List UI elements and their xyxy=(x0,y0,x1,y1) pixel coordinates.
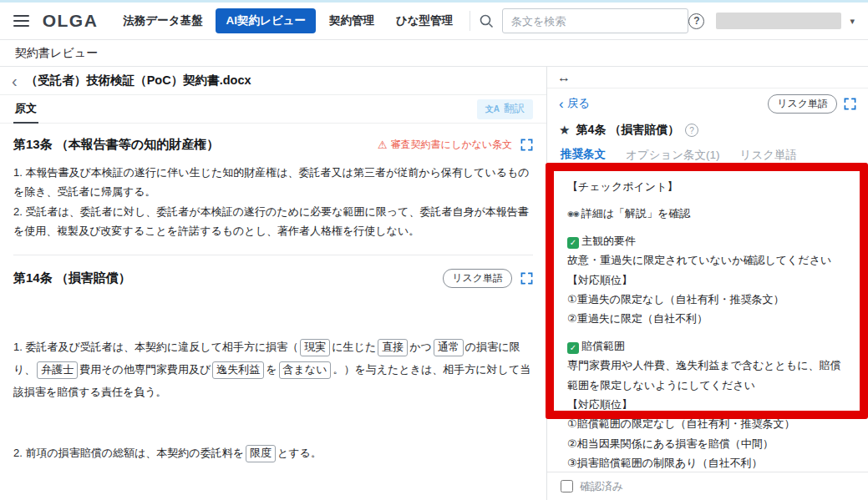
text-segment: 1. 委託者及び受託者は、本契約に違反して相手方に損害（ xyxy=(13,341,298,353)
help-circle-icon[interactable]: ? xyxy=(685,124,698,137)
nav-ai-contract-review[interactable]: AI契約レビュー xyxy=(216,8,315,33)
review-panel: ↔ ‹ 戻る リスク単語 ★ 第4条 （損害賠償） xyxy=(547,67,868,500)
checkpoint-block: ◉◉詳細は「解説」を確認 xyxy=(567,204,848,223)
star-icon[interactable]: ★ xyxy=(559,123,570,138)
original-text-tab[interactable]: 原文 xyxy=(13,95,38,124)
nav-divider xyxy=(470,11,470,31)
reviewed-article-title: 第4条 （損害賠償） xyxy=(576,123,679,138)
risk-keyword[interactable]: 直接 xyxy=(378,339,408,356)
contract-document-panel: ‹ （受託者）技術検証（PoC）契約書.docx 原文 文A 翻訳 第13条 （… xyxy=(0,67,547,500)
article-body: 1. 本報告書及び本検証の遂行に伴い生じた知的財産権は、委託者又は第三者が従前か… xyxy=(13,163,533,241)
nav-template-management[interactable]: ひな型管理 xyxy=(388,8,461,33)
confirm-bar: 確認済み xyxy=(547,472,868,500)
tab-option-clause[interactable]: オプション条文(1) xyxy=(626,142,720,168)
checkpoint-block: 【チェックポイント】 xyxy=(567,177,848,196)
nav-legal-data-platform[interactable]: 法務データ基盤 xyxy=(114,8,211,33)
text-segment: 費用その他専門家費用及び xyxy=(79,363,211,376)
source-bar: 原文 文A 翻訳 xyxy=(0,95,546,124)
warning-icon: ⚠ xyxy=(378,139,388,151)
user-account-redacted[interactable] xyxy=(716,13,841,29)
main-nav: 法務データ基盤 AI契約レビュー 契約管理 ひな型管理 xyxy=(114,8,461,33)
translate-label: 翻訳 xyxy=(504,102,525,116)
check-icon: ✓ xyxy=(567,237,579,249)
checkpoint-content: 【チェックポイント】◉◉詳細は「解説」を確認✓主観的要件故意・重過失に限定されて… xyxy=(547,169,868,472)
document-header: ‹ （受託者）技術検証（PoC）契約書.docx xyxy=(0,67,546,95)
chevron-down-icon[interactable]: ▾ xyxy=(850,16,855,27)
article-paragraph: 2. 前項の損害賠償の総額は、本契約の委託料を限度とする。 xyxy=(13,442,533,465)
page-title: 契約書レビュー xyxy=(15,46,98,61)
clause-search-input[interactable] xyxy=(502,8,688,33)
translate-icon: 文A xyxy=(485,104,500,115)
panel-resize-row: ↔ xyxy=(547,67,868,88)
confirmed-label: 確認済み xyxy=(580,479,623,494)
olga-logo[interactable]: OLGA xyxy=(43,11,99,31)
review-only-clause-flag: ⚠ 審査契約書にしかない条文 xyxy=(378,138,512,152)
risk-words-badge[interactable]: リスク単語 xyxy=(443,269,512,288)
panel-back-row: ‹ 戻る リスク単語 xyxy=(547,88,868,119)
expand-icon[interactable] xyxy=(520,272,533,285)
expand-icon[interactable] xyxy=(520,139,533,151)
risk-keyword[interactable]: 逸失利益 xyxy=(212,361,264,379)
article-title: 第13条 （本報告書等の知的財産権） xyxy=(13,137,219,153)
check-icon: ✓ xyxy=(567,342,579,354)
back-label: 戻る xyxy=(567,96,590,111)
tab-risk-words[interactable]: リスク単語 xyxy=(740,142,797,168)
article-list: 第13条 （本報告書等の知的財産権） ⚠ 審査契約書にしかない条文 xyxy=(0,124,546,500)
document-title: （受託者）技術検証（PoC）契約書.docx xyxy=(26,73,251,88)
risk-keyword[interactable]: 現実 xyxy=(300,339,330,356)
eyes-icon: ◉◉ xyxy=(567,207,579,220)
back-icon[interactable]: ‹ xyxy=(12,73,18,89)
top-nav-bar: OLGA 法務データ基盤 AI契約レビュー 契約管理 ひな型管理 ? ▾ xyxy=(0,3,868,40)
checkpoint-block: ✓主観的要件故意・重過失に限定されていないか確認してください【対応順位】①重過失… xyxy=(567,231,848,329)
review-tabs: 推奨条文 オプション条文(1) リスク単語 xyxy=(547,142,868,169)
menu-icon[interactable] xyxy=(13,15,29,27)
article-paragraph: 1. 委託者及び受託者は、本契約に違反して相手方に損害（現実に生じた直接かつ通常… xyxy=(13,336,533,403)
tab-recommended-clause[interactable]: 推奨条文 xyxy=(561,142,606,169)
article-title: 第14条 （損害賠償） xyxy=(13,270,131,286)
checkpoint-block: ✓賠償範囲専門家費用や人件費、逸失利益まで含むとともに、賠償範囲を限定しないよう… xyxy=(567,336,848,472)
app-root: OLGA 法務データ基盤 AI契約レビュー 契約管理 ひな型管理 ? ▾ 契約書… xyxy=(0,0,868,500)
article-14: 第14条 （損害賠償） リスク単語 1. 委託者及び受託者は、本契約に違反して相… xyxy=(13,255,533,500)
help-icon[interactable]: ? xyxy=(688,13,704,29)
risk-keyword[interactable]: 弁護士 xyxy=(37,361,78,379)
risk-keyword[interactable]: 含まない xyxy=(279,361,332,379)
risk-words-badge[interactable]: リスク単語 xyxy=(768,94,837,114)
page-title-bar: 契約書レビュー xyxy=(0,40,868,67)
article-13: 第13条 （本報告書等の知的財産権） ⚠ 審査契約書にしかない条文 xyxy=(13,124,533,255)
text-segment: 2. 前項の損害賠償の総額は、本契約の委託料を xyxy=(13,447,244,459)
confirmed-checkbox[interactable] xyxy=(561,480,573,492)
nav-contract-management[interactable]: 契約管理 xyxy=(321,8,383,33)
panel-resize-icon[interactable]: ↔ xyxy=(557,71,571,84)
translate-button[interactable]: 文A 翻訳 xyxy=(477,99,533,119)
risk-keyword[interactable]: 限度 xyxy=(246,445,276,462)
search-icon[interactable] xyxy=(479,13,494,28)
back-link[interactable]: ‹ 戻る xyxy=(559,96,590,111)
chevron-left-icon: ‹ xyxy=(559,97,564,111)
risk-keyword[interactable]: 通常 xyxy=(434,339,464,356)
main-area: ‹ （受託者）技術検証（PoC）契約書.docx 原文 文A 翻訳 第13条 （… xyxy=(0,67,868,500)
article-body: 1. 委託者及び受託者は、本契約に違反して相手方に損害（現実に生じた直接かつ通常… xyxy=(13,298,533,500)
text-segment: とする。 xyxy=(277,447,322,459)
expand-icon[interactable] xyxy=(844,98,856,110)
reviewed-article-row: ★ 第4条 （損害賠償） ? xyxy=(547,119,868,142)
text-segment: かつ xyxy=(409,341,432,353)
text-segment: を xyxy=(266,363,277,376)
text-segment: に生じた xyxy=(332,341,376,353)
